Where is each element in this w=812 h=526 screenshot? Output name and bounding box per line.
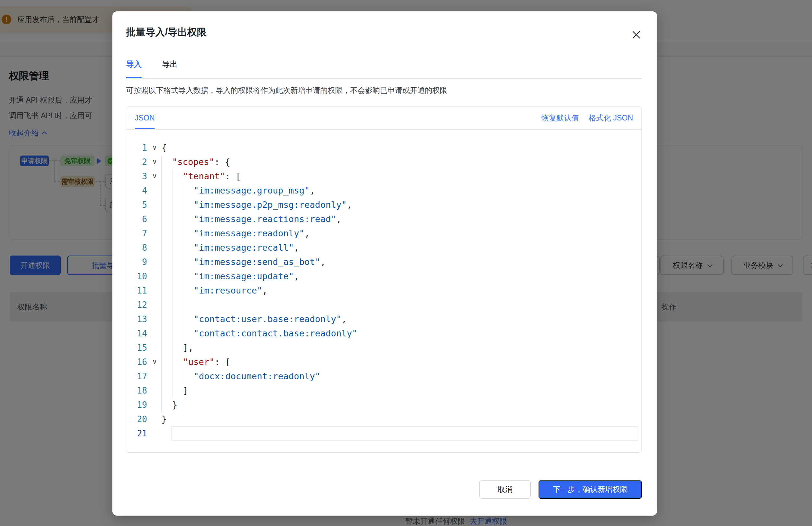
code-text[interactable]: "im:message.reactions:read", [161,212,641,226]
code-line[interactable]: 11"im:resource", [126,283,641,298]
json-punctuation: , [294,243,299,253]
json-editor[interactable]: 1∨{2∨"scopes": {3∨"tenant": [4"im:messag… [126,130,641,441]
code-text[interactable]: "user": [ [161,355,641,369]
json-string: "docx:document:readonly" [193,371,320,381]
code-line[interactable]: 7"im:message:readonly", [126,226,641,240]
fold-chevron-icon[interactable]: ∨ [148,155,161,169]
line-number: 6 [126,212,148,226]
format-json-link[interactable]: 格式化 JSON [589,113,633,123]
code-line[interactable]: 4"im:message.group_msg", [126,184,641,198]
code-text[interactable]: ], [161,340,641,355]
fold-gutter-empty [148,369,161,383]
tab-export[interactable]: 导出 [162,59,178,78]
import-description: 可按照以下格式导入数据，导入的权限将作为此次新增申请的权限，不会影响已申请或开通… [126,85,642,96]
code-line[interactable]: 12 [126,298,641,312]
code-text[interactable]: "im:resource", [161,283,641,298]
code-line[interactable]: 15], [126,340,641,355]
code-text[interactable]: } [161,412,641,426]
code-text[interactable]: "tenant": [ [161,169,641,184]
tab-import[interactable]: 导入 [126,59,142,78]
code-line[interactable]: 5"im:message.p2p_msg:readonly", [126,198,641,212]
indent-guide [172,169,183,184]
code-line[interactable]: 19} [126,398,641,412]
indent-guide [183,184,193,198]
code-line[interactable]: 13"contact:user.base:readonly", [126,312,641,326]
code-text[interactable]: { [161,141,641,155]
indent-guide [161,155,172,169]
code-text[interactable]: "contact:contact.base:readonly" [161,326,641,340]
code-line[interactable]: 17"docx:document:readonly" [126,369,641,383]
code-line[interactable]: 10"im:message:update", [126,269,641,283]
json-punctuation: , [310,186,315,195]
indent-guide [183,212,193,226]
json-punctuation: , [262,286,267,295]
code-line[interactable]: 3∨"tenant": [ [126,169,641,184]
indent-guide [183,198,193,212]
fold-gutter-empty [148,198,161,212]
confirm-next-step-button[interactable]: 下一步，确认新增权限 [538,480,642,499]
modal-tabs: 导入 导出 [126,59,642,78]
code-text[interactable]: "im:message.group_msg", [161,184,641,198]
indent-guide [183,240,193,255]
cancel-button[interactable]: 取消 [479,480,531,499]
indent-guide [183,255,193,269]
code-text[interactable]: } [161,398,641,412]
code-text[interactable] [161,426,641,441]
indent-guide [172,226,183,240]
json-string: "contact:user.base:readonly" [193,314,342,324]
line-number: 9 [126,255,148,269]
indent-guide [161,184,172,198]
code-text[interactable]: "contact:user.base:readonly", [161,312,641,326]
code-text[interactable] [161,298,641,312]
json-string: "im:message.reactions:read" [193,214,336,224]
line-number: 10 [126,269,148,283]
json-key: "tenant" [183,171,225,181]
code-line[interactable]: 2∨"scopes": { [126,155,641,169]
json-punctuation: ] [183,385,188,395]
code-text[interactable]: "docx:document:readonly" [161,369,641,383]
line-number: 17 [126,369,148,383]
code-text[interactable]: "im:message:update", [161,269,641,283]
line-number: 3 [126,169,148,184]
indent-guide [161,355,172,369]
restore-defaults-link[interactable]: 恢复默认值 [541,113,579,123]
json-key: "scopes" [172,157,214,167]
json-string: "im:message:readonly" [193,228,304,238]
code-text[interactable]: ] [161,383,641,398]
indent-guide [172,283,183,298]
code-text[interactable]: "im:message:send_as_bot", [161,255,641,269]
json-string: "im:resource" [193,286,262,295]
json-punctuation: : { [214,157,230,167]
line-number: 11 [126,283,148,298]
indent-guide [161,369,172,383]
line-number: 18 [126,383,148,398]
fold-chevron-icon[interactable]: ∨ [148,169,161,184]
code-line[interactable]: 1∨{ [126,141,641,155]
line-number: 1 [126,141,148,155]
indent-guide [161,255,172,269]
modal-footer: 取消 下一步，确认新增权限 [479,480,642,499]
code-text[interactable]: "scopes": { [161,155,641,169]
code-text[interactable]: "im:message:readonly", [161,226,641,240]
line-number: 5 [126,198,148,212]
code-line[interactable]: 20} [126,412,641,426]
fold-chevron-icon[interactable]: ∨ [148,355,161,369]
code-text[interactable]: "im:message:recall", [161,240,641,255]
indent-guide [161,226,172,240]
editor-tab-json[interactable]: JSON [135,107,155,129]
fold-gutter-empty [148,412,161,426]
code-line[interactable]: 6"im:message.reactions:read", [126,212,641,226]
fold-gutter-empty [148,184,161,198]
fold-chevron-icon[interactable]: ∨ [148,141,161,155]
indent-guide [183,326,193,340]
line-number: 21 [126,426,148,441]
code-lines: 1∨{2∨"scopes": {3∨"tenant": [4"im:messag… [126,141,641,441]
code-line[interactable]: 14"contact:contact.base:readonly" [126,326,641,340]
indent-guide [172,383,183,398]
code-line[interactable]: 8"im:message:recall", [126,240,641,255]
code-line[interactable]: 16∨"user": [ [126,355,641,369]
code-line[interactable]: 18] [126,383,641,398]
code-line[interactable]: 21 [126,426,641,441]
code-text[interactable]: "im:message.p2p_msg:readonly", [161,198,641,212]
code-line[interactable]: 9"im:message:send_as_bot", [126,255,641,269]
